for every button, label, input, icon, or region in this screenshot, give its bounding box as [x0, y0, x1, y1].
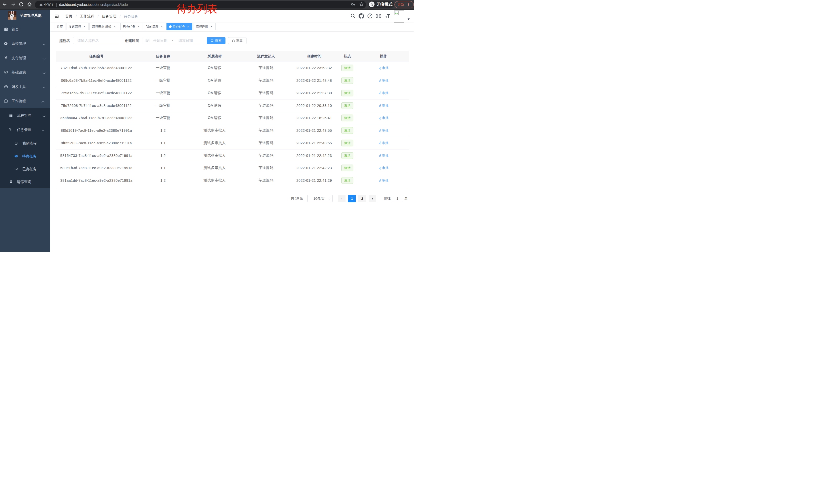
svg-text:?: ? [369, 14, 371, 18]
